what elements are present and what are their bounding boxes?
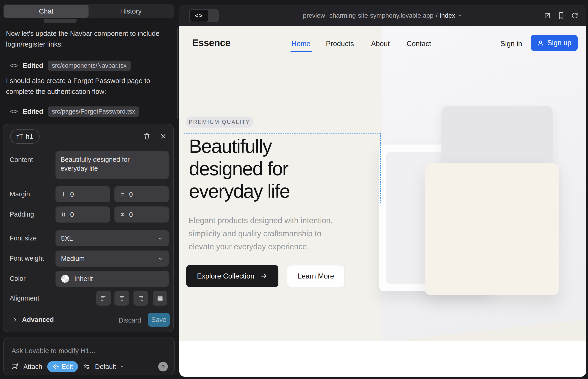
element-tag-label: h1: [26, 133, 33, 141]
refresh-icon[interactable]: [571, 12, 578, 19]
edited-file-row: <> Edited src/components/Navbar.tsx: [10, 61, 131, 71]
margin-vertical-icon: [120, 191, 125, 197]
preview-url: preview--charming-site-symphony.lovable.…: [303, 12, 433, 19]
code-preview-toggle[interactable]: <>: [189, 9, 219, 22]
hero-badge-label: PREMIUM QUALITY: [189, 119, 250, 125]
sliders-icon: [83, 363, 90, 370]
align-justify-button[interactable]: [153, 291, 167, 306]
padding-y-value: 0: [129, 211, 133, 218]
chat-message: I should also create a Forgot Password p…: [6, 75, 170, 97]
align-center-button[interactable]: [114, 291, 129, 306]
chat-input-box[interactable]: Ask Lovable to modify H1... Attach Edit …: [3, 337, 175, 375]
nav-link-home[interactable]: Home: [292, 40, 310, 48]
sign-up-label: Sign up: [547, 39, 571, 47]
sidebar-tabs: Chat History: [3, 4, 174, 18]
file-path-pill[interactable]: src/pages/ForgotPassword.tsx: [48, 107, 139, 117]
font-size-value: 5XL: [61, 235, 73, 242]
chat-input-toolbar: Attach Edit Default: [11, 361, 168, 372]
edited-file-row: <> Edited src/pages/ForgotPassword.tsx: [10, 107, 139, 117]
mobile-view-icon[interactable]: [558, 12, 565, 19]
font-size-select[interactable]: 5XL: [56, 230, 169, 246]
advanced-toggle[interactable]: Advanced: [12, 316, 54, 323]
user-icon: [537, 39, 544, 46]
chevron-right-icon: [12, 317, 18, 323]
color-select[interactable]: Inherit: [56, 271, 169, 287]
explore-collection-button[interactable]: Explore Collection: [186, 265, 279, 287]
scrolled-file-pill-fragment: [44, 19, 77, 23]
arrow-right-icon: [260, 272, 268, 280]
nav-link-products[interactable]: Products: [326, 40, 354, 48]
code-icon: <>: [10, 108, 18, 115]
padding-label: Padding: [10, 211, 34, 218]
site-viewport: Essence Home Products About Contact Sign…: [179, 26, 586, 377]
preview-panel: <> preview--charming-site-symphony.lovab…: [179, 5, 586, 377]
nav-link-about[interactable]: About: [371, 40, 390, 48]
hero-heading[interactable]: Beautifully designed for everyday life: [189, 135, 290, 202]
margin-horizontal-icon: [61, 191, 66, 197]
url-separator: /: [436, 12, 438, 19]
preview-url-bar[interactable]: preview--charming-site-symphony.lovable.…: [303, 12, 463, 19]
lovable-app-window: Chat History Now let's update the Navbar…: [0, 0, 588, 379]
edited-label: Edited: [23, 108, 43, 115]
margin-y-input[interactable]: 0: [114, 186, 169, 202]
file-path-pill[interactable]: src/components/Navbar.tsx: [48, 61, 131, 71]
decorative-card-cream: [425, 163, 559, 295]
code-toggle-segment[interactable]: <>: [190, 10, 208, 22]
typography-icon: тT: [16, 133, 23, 140]
delete-element-button[interactable]: [142, 131, 152, 141]
chevron-down-icon: [157, 255, 163, 262]
decorative-wedge: [382, 319, 586, 341]
chat-input-placeholder: Ask Lovable to modify H1...: [12, 347, 95, 355]
edit-mode-button[interactable]: Edit: [47, 361, 78, 372]
save-button[interactable]: Save: [148, 313, 170, 327]
open-in-new-tab-icon[interactable]: [544, 12, 551, 19]
hero-heading-line: everyday life: [189, 180, 290, 202]
selected-h1-outline[interactable]: Beautifully designed for everyday life: [184, 133, 381, 203]
padding-x-value: 0: [70, 211, 74, 218]
save-label: Save: [151, 316, 166, 323]
color-value: Inherit: [74, 275, 93, 283]
close-icon: [160, 133, 167, 140]
chat-scrollbar[interactable]: [177, 28, 178, 119]
send-button[interactable]: [158, 362, 168, 371]
margin-x-input[interactable]: 0: [56, 186, 110, 202]
align-left-icon: [100, 296, 107, 301]
padding-x-input[interactable]: 0: [56, 206, 110, 222]
font-weight-value: Medium: [61, 255, 85, 262]
hero-paragraph-line: Elegant products designed with intention…: [188, 214, 333, 227]
align-right-button[interactable]: [134, 291, 148, 306]
align-left-button[interactable]: [96, 291, 111, 306]
element-editor-panel: тT h1 Content Beautifully designed for e…: [3, 124, 174, 332]
close-editor-button[interactable]: [158, 131, 168, 141]
selected-element-tag[interactable]: тT h1: [10, 129, 40, 144]
mode-select-label[interactable]: Default: [95, 363, 116, 371]
hero-heading-line: Beautifully: [189, 135, 290, 157]
site-logo[interactable]: Essence: [192, 37, 231, 48]
color-swatch: [61, 275, 69, 283]
tab-chat[interactable]: Chat: [4, 5, 89, 18]
trash-icon: [143, 132, 151, 140]
sign-up-button[interactable]: Sign up: [531, 35, 578, 51]
discard-button[interactable]: Discard: [119, 316, 141, 324]
hero-paragraph-line: simplicity and quality craftsmanship to: [188, 227, 333, 240]
preview-chrome-bar: <> preview--charming-site-symphony.lovab…: [179, 5, 586, 26]
content-textarea[interactable]: Beautifully designed for everyday life: [56, 151, 169, 179]
nav-link-contact[interactable]: Contact: [407, 40, 431, 48]
padding-y-input[interactable]: 0: [114, 206, 169, 222]
tab-history[interactable]: History: [89, 5, 173, 18]
padding-horizontal-icon: [61, 211, 66, 218]
font-weight-select[interactable]: Medium: [56, 251, 169, 267]
chevron-down-icon[interactable]: [119, 364, 125, 369]
edited-label: Edited: [23, 62, 43, 69]
hero-paragraph-line: elevate your everyday experience.: [188, 240, 333, 253]
sign-in-link[interactable]: Sign in: [500, 40, 522, 48]
target-icon: [52, 363, 59, 370]
learn-more-button[interactable]: Learn More: [287, 265, 345, 287]
alignment-label: Alignment: [10, 295, 39, 302]
learn-more-label: Learn More: [298, 272, 334, 280]
content-value: Beautifully designed for everyday life: [61, 155, 143, 173]
attach-image-icon[interactable]: [11, 363, 18, 370]
preview-route: index: [440, 12, 455, 19]
attach-label[interactable]: Attach: [23, 363, 42, 371]
margin-y-value: 0: [129, 191, 133, 198]
